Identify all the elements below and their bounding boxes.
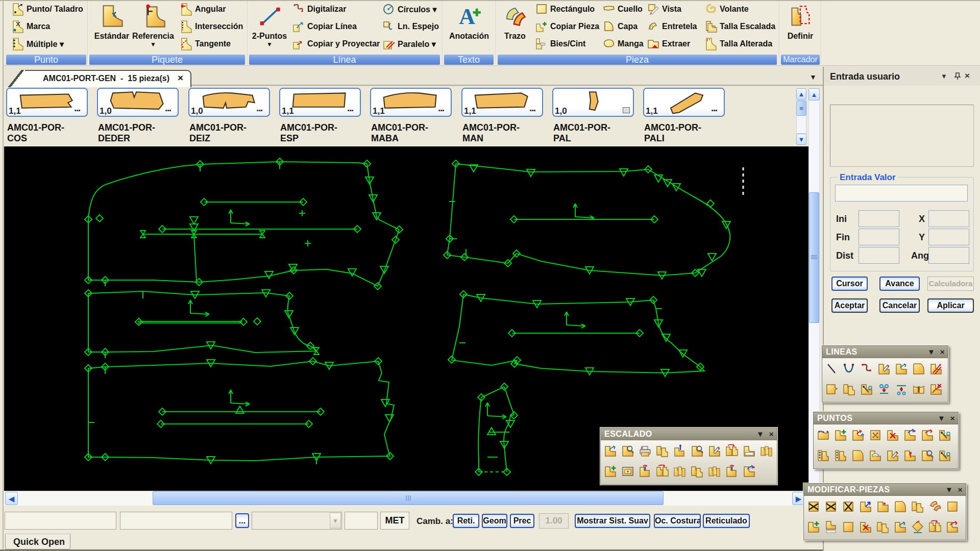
svg-text:A: A bbox=[459, 4, 475, 29]
